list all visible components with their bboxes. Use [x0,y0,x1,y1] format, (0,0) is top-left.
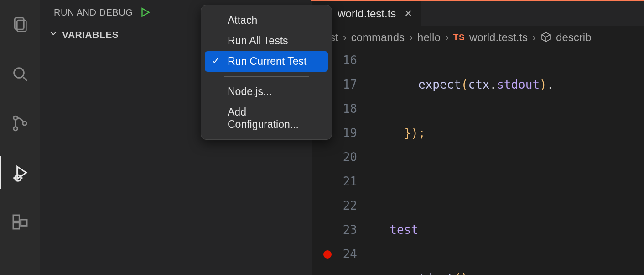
ts-file-icon: TS [453,32,465,42]
breadcrumb-item[interactable]: world.test.ts [469,31,528,44]
line-number: 22 [312,194,357,218]
chevron-right-icon: › [409,31,413,44]
svg-line-3 [23,77,27,81]
variables-label: VARIABLES [62,29,119,40]
code-content[interactable]: expect(ctx.stdout). }); test .stdout() .… [375,48,644,275]
svg-point-5 [14,127,17,131]
sidebar-title: RUN AND DEBUG [54,7,133,18]
dropdown-item-nodejs[interactable]: Node.js... [205,81,328,102]
debug-config-dropdown: Attach Run All Tests Run Current Test No… [201,5,332,140]
line-number: 24 [312,242,357,266]
chevron-right-icon: › [445,31,449,44]
activity-explorer[interactable] [0,8,40,41]
breadcrumb-item[interactable]: describ [556,31,591,44]
svg-marker-7 [17,167,26,179]
svg-rect-11 [13,215,19,221]
tab-filename: world.test.ts [338,7,396,20]
code-editor[interactable]: 16 17 18 19 20 21 22 23 24 expect(ctx.st… [312,48,644,275]
line-number: 21 [312,169,357,194]
svg-rect-12 [13,223,19,229]
activity-source-control[interactable] [0,107,40,140]
chevron-right-icon: › [343,31,347,44]
svg-point-2 [14,68,24,78]
breadcrumbs[interactable]: test › commands › hello › TS world.test.… [312,26,644,48]
dropdown-item-attach[interactable]: Attach [205,10,328,31]
chevron-right-icon: › [532,31,536,44]
breadcrumb-item[interactable]: hello [417,31,441,44]
close-tab-button[interactable]: ✕ [404,8,412,20]
start-debug-button[interactable] [139,6,151,18]
line-number: 20 [312,145,357,169]
breakpoint-icon[interactable] [323,250,332,259]
editor-area: TS world.test.ts ✕ test › commands › hel… [312,0,644,275]
dropdown-divider [224,76,309,77]
svg-point-4 [14,116,17,120]
dropdown-item-run-all-tests[interactable]: Run All Tests [205,31,328,51]
activity-search[interactable] [0,58,40,90]
activity-run-debug[interactable] [0,156,40,189]
line-number: 23 [312,218,357,242]
dropdown-item-run-current-test[interactable]: Run Current Test [205,51,328,72]
svg-rect-13 [21,220,27,226]
svg-point-6 [23,122,26,125]
breadcrumb-item[interactable]: commands [351,31,405,44]
debug-sidebar: RUN AND DEBUG ··· VARIABLES Attach Run A… [40,0,312,275]
activity-bar [0,0,40,275]
dropdown-item-add-configuration[interactable]: Add Configuration... [205,102,328,135]
activity-extensions[interactable] [0,206,40,238]
chevron-down-icon [48,28,58,41]
symbol-method-icon [540,31,551,44]
svg-marker-14 [142,8,149,16]
editor-tabs: TS world.test.ts ✕ [312,1,644,26]
